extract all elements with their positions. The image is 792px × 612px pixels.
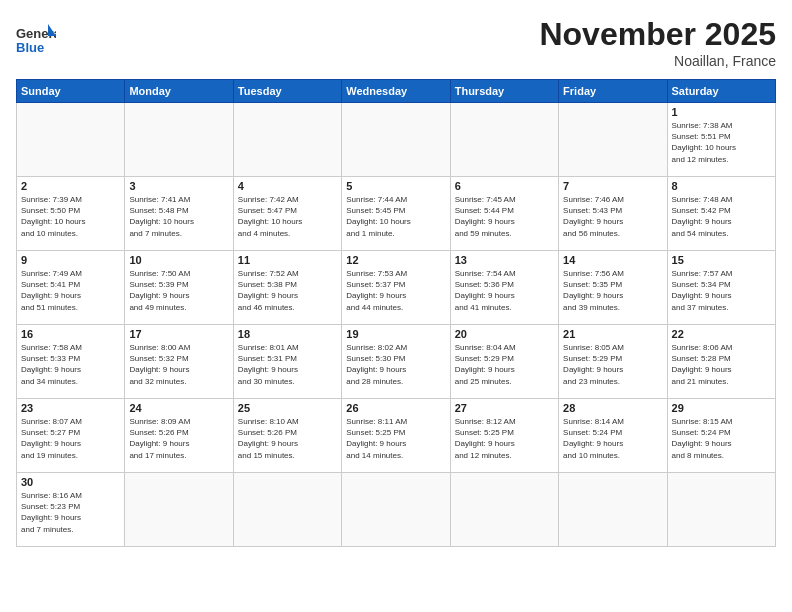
cell-info: Sunrise: 8:15 AM Sunset: 5:24 PM Dayligh… [672, 416, 771, 461]
calendar-cell: 19Sunrise: 8:02 AM Sunset: 5:30 PM Dayli… [342, 325, 450, 399]
calendar-cell: 21Sunrise: 8:05 AM Sunset: 5:29 PM Dayli… [559, 325, 667, 399]
calendar-cell [125, 473, 233, 547]
calendar-cell: 23Sunrise: 8:07 AM Sunset: 5:27 PM Dayli… [17, 399, 125, 473]
calendar-cell: 11Sunrise: 7:52 AM Sunset: 5:38 PM Dayli… [233, 251, 341, 325]
day-number: 17 [129, 328, 228, 340]
cell-info: Sunrise: 8:12 AM Sunset: 5:25 PM Dayligh… [455, 416, 554, 461]
col-sunday: Sunday [17, 80, 125, 103]
day-number: 26 [346, 402, 445, 414]
cell-info: Sunrise: 8:01 AM Sunset: 5:31 PM Dayligh… [238, 342, 337, 387]
calendar-cell: 22Sunrise: 8:06 AM Sunset: 5:28 PM Dayli… [667, 325, 775, 399]
calendar-cell: 27Sunrise: 8:12 AM Sunset: 5:25 PM Dayli… [450, 399, 558, 473]
cell-info: Sunrise: 7:38 AM Sunset: 5:51 PM Dayligh… [672, 120, 771, 165]
table-row: 9Sunrise: 7:49 AM Sunset: 5:41 PM Daylig… [17, 251, 776, 325]
cell-info: Sunrise: 8:09 AM Sunset: 5:26 PM Dayligh… [129, 416, 228, 461]
calendar-cell: 28Sunrise: 8:14 AM Sunset: 5:24 PM Dayli… [559, 399, 667, 473]
calendar-cell [667, 473, 775, 547]
calendar-cell: 3Sunrise: 7:41 AM Sunset: 5:48 PM Daylig… [125, 177, 233, 251]
day-number: 29 [672, 402, 771, 414]
calendar-cell: 20Sunrise: 8:04 AM Sunset: 5:29 PM Dayli… [450, 325, 558, 399]
cell-info: Sunrise: 7:50 AM Sunset: 5:39 PM Dayligh… [129, 268, 228, 313]
calendar-cell: 14Sunrise: 7:56 AM Sunset: 5:35 PM Dayli… [559, 251, 667, 325]
day-number: 24 [129, 402, 228, 414]
calendar-cell [559, 473, 667, 547]
cell-info: Sunrise: 8:14 AM Sunset: 5:24 PM Dayligh… [563, 416, 662, 461]
calendar-cell [559, 103, 667, 177]
cell-info: Sunrise: 7:41 AM Sunset: 5:48 PM Dayligh… [129, 194, 228, 239]
calendar-cell: 5Sunrise: 7:44 AM Sunset: 5:45 PM Daylig… [342, 177, 450, 251]
day-number: 28 [563, 402, 662, 414]
calendar-cell: 2Sunrise: 7:39 AM Sunset: 5:50 PM Daylig… [17, 177, 125, 251]
cell-info: Sunrise: 8:10 AM Sunset: 5:26 PM Dayligh… [238, 416, 337, 461]
calendar-cell: 12Sunrise: 7:53 AM Sunset: 5:37 PM Dayli… [342, 251, 450, 325]
day-number: 15 [672, 254, 771, 266]
cell-info: Sunrise: 7:58 AM Sunset: 5:33 PM Dayligh… [21, 342, 120, 387]
cell-info: Sunrise: 8:06 AM Sunset: 5:28 PM Dayligh… [672, 342, 771, 387]
cell-info: Sunrise: 7:48 AM Sunset: 5:42 PM Dayligh… [672, 194, 771, 239]
calendar-cell [233, 473, 341, 547]
cell-info: Sunrise: 7:49 AM Sunset: 5:41 PM Dayligh… [21, 268, 120, 313]
cell-info: Sunrise: 7:42 AM Sunset: 5:47 PM Dayligh… [238, 194, 337, 239]
cell-info: Sunrise: 8:05 AM Sunset: 5:29 PM Dayligh… [563, 342, 662, 387]
day-number: 1 [672, 106, 771, 118]
header: General Blue November 2025 Noaillan, Fra… [16, 16, 776, 69]
cell-info: Sunrise: 8:04 AM Sunset: 5:29 PM Dayligh… [455, 342, 554, 387]
day-number: 18 [238, 328, 337, 340]
calendar-cell: 29Sunrise: 8:15 AM Sunset: 5:24 PM Dayli… [667, 399, 775, 473]
day-number: 11 [238, 254, 337, 266]
cell-info: Sunrise: 7:54 AM Sunset: 5:36 PM Dayligh… [455, 268, 554, 313]
cell-info: Sunrise: 7:39 AM Sunset: 5:50 PM Dayligh… [21, 194, 120, 239]
cell-info: Sunrise: 7:52 AM Sunset: 5:38 PM Dayligh… [238, 268, 337, 313]
calendar-cell: 9Sunrise: 7:49 AM Sunset: 5:41 PM Daylig… [17, 251, 125, 325]
day-number: 5 [346, 180, 445, 192]
day-number: 4 [238, 180, 337, 192]
calendar-cell [450, 103, 558, 177]
calendar-cell: 8Sunrise: 7:48 AM Sunset: 5:42 PM Daylig… [667, 177, 775, 251]
day-number: 12 [346, 254, 445, 266]
calendar-cell [233, 103, 341, 177]
table-row: 16Sunrise: 7:58 AM Sunset: 5:33 PM Dayli… [17, 325, 776, 399]
col-saturday: Saturday [667, 80, 775, 103]
title-block: November 2025 Noaillan, France [539, 16, 776, 69]
calendar-header-row: Sunday Monday Tuesday Wednesday Thursday… [17, 80, 776, 103]
col-friday: Friday [559, 80, 667, 103]
col-thursday: Thursday [450, 80, 558, 103]
cell-info: Sunrise: 7:57 AM Sunset: 5:34 PM Dayligh… [672, 268, 771, 313]
cell-info: Sunrise: 7:53 AM Sunset: 5:37 PM Dayligh… [346, 268, 445, 313]
calendar-cell: 30Sunrise: 8:16 AM Sunset: 5:23 PM Dayli… [17, 473, 125, 547]
cell-info: Sunrise: 7:46 AM Sunset: 5:43 PM Dayligh… [563, 194, 662, 239]
cell-info: Sunrise: 7:45 AM Sunset: 5:44 PM Dayligh… [455, 194, 554, 239]
day-number: 9 [21, 254, 120, 266]
table-row: 1Sunrise: 7:38 AM Sunset: 5:51 PM Daylig… [17, 103, 776, 177]
calendar-cell: 4Sunrise: 7:42 AM Sunset: 5:47 PM Daylig… [233, 177, 341, 251]
day-number: 13 [455, 254, 554, 266]
day-number: 25 [238, 402, 337, 414]
page: General Blue November 2025 Noaillan, Fra… [0, 0, 792, 612]
day-number: 27 [455, 402, 554, 414]
day-number: 8 [672, 180, 771, 192]
calendar-cell: 26Sunrise: 8:11 AM Sunset: 5:25 PM Dayli… [342, 399, 450, 473]
calendar-cell: 15Sunrise: 7:57 AM Sunset: 5:34 PM Dayli… [667, 251, 775, 325]
cell-info: Sunrise: 8:00 AM Sunset: 5:32 PM Dayligh… [129, 342, 228, 387]
month-title: November 2025 [539, 16, 776, 53]
calendar-cell: 13Sunrise: 7:54 AM Sunset: 5:36 PM Dayli… [450, 251, 558, 325]
table-row: 23Sunrise: 8:07 AM Sunset: 5:27 PM Dayli… [17, 399, 776, 473]
cell-info: Sunrise: 8:07 AM Sunset: 5:27 PM Dayligh… [21, 416, 120, 461]
col-monday: Monday [125, 80, 233, 103]
day-number: 19 [346, 328, 445, 340]
day-number: 3 [129, 180, 228, 192]
cell-info: Sunrise: 8:02 AM Sunset: 5:30 PM Dayligh… [346, 342, 445, 387]
day-number: 2 [21, 180, 120, 192]
calendar-cell: 16Sunrise: 7:58 AM Sunset: 5:33 PM Dayli… [17, 325, 125, 399]
day-number: 20 [455, 328, 554, 340]
calendar-cell [125, 103, 233, 177]
cell-info: Sunrise: 7:44 AM Sunset: 5:45 PM Dayligh… [346, 194, 445, 239]
col-tuesday: Tuesday [233, 80, 341, 103]
day-number: 10 [129, 254, 228, 266]
day-number: 23 [21, 402, 120, 414]
calendar-cell: 7Sunrise: 7:46 AM Sunset: 5:43 PM Daylig… [559, 177, 667, 251]
calendar-cell: 1Sunrise: 7:38 AM Sunset: 5:51 PM Daylig… [667, 103, 775, 177]
calendar-cell: 17Sunrise: 8:00 AM Sunset: 5:32 PM Dayli… [125, 325, 233, 399]
calendar-cell [450, 473, 558, 547]
calendar-cell: 25Sunrise: 8:10 AM Sunset: 5:26 PM Dayli… [233, 399, 341, 473]
